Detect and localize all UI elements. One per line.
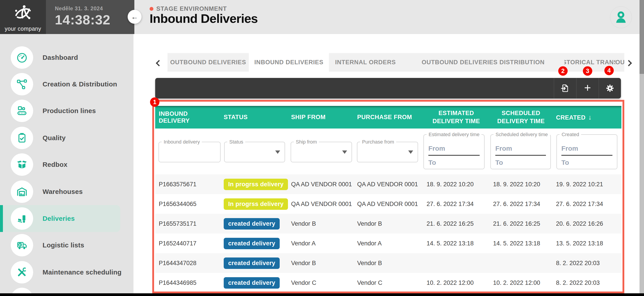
company-name: your company [0, 26, 46, 32]
app-root: your company Neděle 31. 3. 2024 14:38:32… [0, 0, 644, 296]
truck-clock-icon [16, 239, 28, 251]
cell-inbound-delivery: P1655735171 [155, 220, 220, 227]
tab-outbound-deliveries[interactable]: OUTBOUND DELIVERIES [168, 53, 249, 72]
status-filter-select[interactable]: Status [224, 142, 285, 162]
dropdown-arrow-icon [342, 150, 347, 154]
date-underline [495, 155, 546, 156]
from-field[interactable]: From [561, 145, 612, 152]
chevron-right-icon [626, 60, 632, 66]
cell-created: 20. 6. 2022 16:26 [552, 220, 622, 227]
cell-ship-from: Vendor B [288, 220, 354, 227]
cell-scheduled: 14. 5. 2022 13:18 [490, 240, 552, 247]
logo-graphic [12, 2, 34, 24]
chevron-left-icon [156, 60, 162, 66]
status-badge: created delivery [224, 277, 280, 288]
cell-ship-from: Vendor A [288, 240, 354, 247]
table-row[interactable]: P1663575671 In progrss delivery QA AD VE… [155, 174, 622, 194]
cell-scheduled: 27. 6. 2022 17:34 [490, 200, 552, 208]
sidebar-item-label: Warehouses [42, 178, 83, 205]
col-scheduled-delivery-time: SCHEDULED DELIVERY TIME [490, 109, 552, 125]
warehouse-icon [16, 186, 28, 198]
settings-button[interactable] [598, 78, 621, 98]
cell-scheduled: 18. 9. 2022 10:20 [490, 181, 552, 188]
inbound-delivery-input[interactable] [161, 144, 216, 160]
table-row[interactable]: P1652440717 created delivery Vendor A Ve… [155, 234, 622, 253]
sidebar-item-maintenance-scheduling[interactable]: Maintenance scheduling [0, 259, 134, 286]
estimated-time-filter: Estimated delivery time From To [424, 134, 484, 169]
cell-purchase-from: QA AD VENDOR 0001 [354, 200, 423, 208]
cell-inbound-delivery: P1656344065 [155, 200, 220, 208]
sidebar-item-redbox[interactable]: Redbox [0, 151, 134, 178]
cell-created: 13. 5. 2022 13:18 [552, 240, 622, 247]
network-icon [16, 78, 28, 90]
from-field[interactable]: From [495, 145, 546, 152]
sidebar-item-dashboard[interactable]: Dashboard [0, 44, 134, 71]
table-row[interactable]: P1644346985 created delivery Vendor C Ve… [155, 273, 622, 293]
deliveries-table: INBOUND DELIVERY STATUS SHIP FROM PURCHA… [155, 106, 622, 293]
annotation-badge-2: 2 [558, 66, 568, 76]
gear-icon [606, 84, 614, 93]
tools-icon [16, 266, 28, 278]
sidebar-item-label: Quality [42, 124, 66, 151]
current-time: 14:38:32 [55, 12, 134, 28]
tab-outbound-deliveries-distribution[interactable]: OUTBOUND DELIVERIES DISTRIBUTION [402, 53, 564, 72]
col-inbound-delivery: INBOUND DELIVERY [155, 110, 220, 124]
col-ship-from: SHIP FROM [288, 114, 354, 121]
scheduled-time-filter: Scheduled delivery time From To [490, 134, 551, 169]
cell-estimated: 18. 9. 2022 10:20 [423, 181, 490, 188]
annotation-badge-4: 4 [604, 66, 614, 75]
page-scrollbar[interactable] [640, 0, 644, 296]
sidebar-item-quality[interactable]: Quality [0, 124, 134, 151]
cell-inbound-delivery: P1663575671 [155, 181, 220, 188]
cell-inbound-delivery: P1644347028 [155, 260, 220, 267]
ship-from-filter-select[interactable]: Ship from [291, 142, 352, 162]
to-field[interactable]: To [428, 159, 480, 166]
cell-estimated: 14. 5. 2022 13:18 [423, 240, 490, 247]
tab-overflow-clipped[interactable]: OU [615, 53, 624, 72]
sidebar-item-deliveries[interactable]: Deliveries [0, 205, 134, 232]
col-estimated-delivery-time: ESTIMATED DELIVERY TIME [423, 109, 490, 125]
cell-status: created delivery [220, 238, 288, 249]
tabs-bar: OUTBOUND DELIVERIES INBOUND DELIVERIES I… [168, 53, 624, 72]
cell-estimated: 21. 6. 2022 16:25 [423, 220, 490, 227]
forklift-icon [16, 212, 28, 224]
user-avatar-button[interactable] [610, 6, 632, 28]
sidebar-item-logistic-lists[interactable]: Logistic lists [0, 232, 134, 258]
back-button[interactable]: ← [128, 10, 142, 24]
env-status-dot-icon [150, 7, 154, 11]
status-badge: created delivery [224, 238, 280, 249]
cell-status: created delivery [220, 277, 288, 288]
cell-inbound-delivery: P1644346985 [155, 280, 220, 286]
status-badge: created delivery [224, 218, 280, 230]
tabs-scroll-right-button[interactable] [624, 59, 633, 68]
sidebar-item-warehouses[interactable]: Warehouses [0, 178, 134, 205]
sort-desc-icon: ↓ [588, 114, 592, 121]
col-purchase-from: PURCHASE FROM [354, 114, 423, 121]
purchase-from-filter-select[interactable]: Purchase from [357, 142, 418, 162]
add-button[interactable]: + [576, 78, 598, 98]
cell-purchase-from: QA AD VENDOR 0001 [354, 181, 423, 188]
tab-internal-orders[interactable]: INTERNAL ORDERS [329, 53, 402, 72]
sidebar-item-production-lines[interactable]: Production lines [0, 98, 134, 124]
open-box-icon [16, 158, 28, 170]
scrollbar-thumb[interactable] [640, 0, 644, 74]
tabs-scroll-left-button[interactable] [154, 59, 164, 68]
col-created-sortable[interactable]: CREATED↓ [552, 114, 622, 121]
sidebar-item-creation-distribution[interactable]: Creation & Distribution [0, 71, 134, 98]
to-field[interactable]: To [561, 159, 612, 166]
cell-created: 19. 9. 2022 10:21 [552, 181, 622, 188]
cell-inbound-delivery: P1652440717 [155, 240, 220, 247]
status-badge: In progrss delivery [224, 179, 288, 190]
tab-inbound-deliveries[interactable]: INBOUND DELIVERIES [249, 53, 329, 72]
table-row[interactable]: P1655735171 created delivery Vendor B Ve… [155, 214, 622, 234]
cell-status: created delivery [220, 218, 288, 230]
table-row[interactable]: P1656344065 In progrss delivery QA AD VE… [155, 194, 622, 214]
inbound-delivery-filter[interactable]: Inbound delivery [158, 142, 220, 162]
from-field[interactable]: From [428, 145, 480, 152]
file-import-button[interactable] [554, 78, 576, 98]
cell-ship-from: QA AD VENDOR 0001 [288, 181, 354, 188]
to-field[interactable]: To [495, 159, 546, 166]
bottom-edge-bar [0, 293, 644, 296]
cell-scheduled: 21. 6. 2022 16:25 [490, 220, 552, 227]
table-row[interactable]: P1644347028 created delivery Vendor B Ve… [155, 253, 622, 273]
